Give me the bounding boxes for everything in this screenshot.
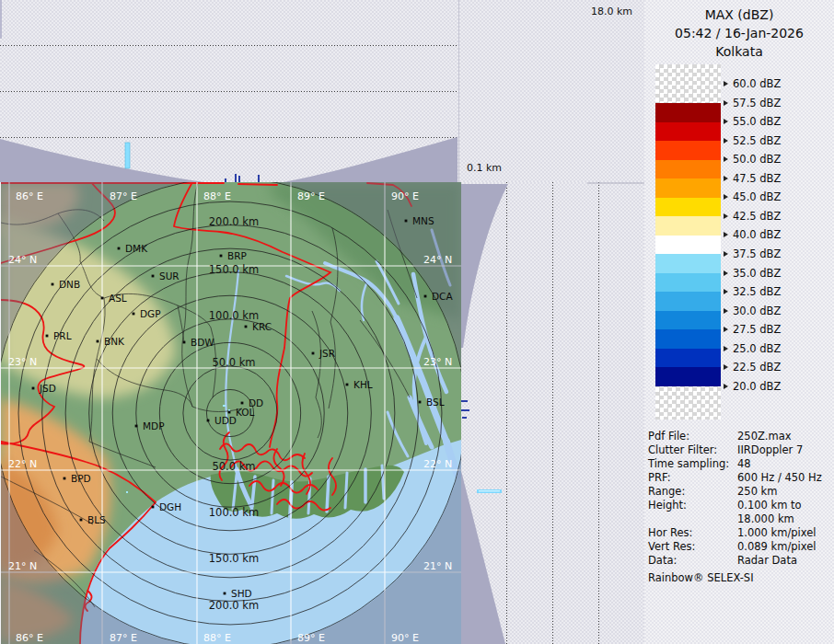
city-dot bbox=[224, 592, 226, 595]
side-height-profile-panel bbox=[460, 182, 650, 644]
legend-tick: 27.5 dBZ bbox=[724, 324, 781, 335]
tick-arrow-icon bbox=[724, 100, 728, 106]
latitude-label: 22° N bbox=[423, 458, 452, 470]
metadata-row: Pdf File:250Z.max bbox=[648, 430, 832, 443]
legend-tick: 55.0 dBZ bbox=[724, 116, 781, 127]
metadata-label: Vert Res: bbox=[648, 540, 737, 554]
top-profile-graphics bbox=[0, 0, 458, 182]
legend-color-band bbox=[655, 367, 721, 386]
longitude-label: 86° E bbox=[16, 190, 43, 202]
city-label: BDW bbox=[191, 337, 214, 348]
legend-color-band bbox=[655, 236, 721, 255]
legend-tick: 22.5 dBZ bbox=[724, 362, 781, 373]
legend-tick-label: 50.0 dBZ bbox=[733, 153, 781, 166]
legend-tick: 32.5 dBZ bbox=[724, 286, 781, 297]
echo-bars-navy bbox=[225, 174, 260, 182]
city-dot bbox=[405, 220, 408, 223]
city-label: BSL bbox=[426, 397, 445, 408]
city-dot bbox=[135, 425, 138, 428]
latitude-label: 22° N bbox=[8, 458, 37, 470]
city-dot bbox=[52, 283, 54, 286]
legend-tick: 47.5 dBZ bbox=[724, 173, 781, 184]
metadata-value: 250 km bbox=[737, 485, 777, 499]
legend-tick-label: 45.0 dBZ bbox=[733, 190, 781, 203]
city-label: DGP bbox=[140, 308, 161, 319]
legend-tick-label: 35.0 dBZ bbox=[733, 267, 781, 280]
city-label: JSD bbox=[39, 383, 56, 394]
city-dot bbox=[32, 387, 35, 390]
metadata-row: PRF:600 Hz / 450 Hz bbox=[648, 471, 832, 485]
tick-arrow-icon bbox=[724, 346, 728, 351]
legend-tick: 35.0 dBZ bbox=[724, 268, 781, 279]
tick-arrow-icon bbox=[724, 289, 728, 294]
city-dot bbox=[220, 255, 223, 258]
city-label: DGH bbox=[159, 501, 181, 512]
metadata-row: Height:0.100 km to bbox=[648, 499, 832, 512]
city-dot bbox=[183, 341, 186, 344]
station-name: Kolkata bbox=[644, 42, 834, 61]
metadata-row: 18.000 km bbox=[648, 512, 832, 526]
longitude-label: 89° E bbox=[297, 190, 325, 202]
city-label: KHL bbox=[353, 379, 373, 390]
city-dot bbox=[346, 384, 349, 386]
legend-color-band bbox=[655, 273, 721, 293]
longitude-label: 88° E bbox=[203, 190, 231, 202]
range-ring-label: 200.0 km bbox=[209, 599, 259, 612]
tick-arrow-icon bbox=[724, 384, 728, 389]
city-label: UDD bbox=[214, 415, 237, 426]
city-dot bbox=[312, 352, 315, 355]
city-label: SHD bbox=[231, 588, 252, 599]
latitude-label: 24° N bbox=[8, 254, 37, 266]
axis-corner-area: 18.0 km 0.1 km bbox=[459, 0, 644, 182]
beam-blind-wedge-right bbox=[284, 137, 458, 182]
metadata-label: Height: bbox=[648, 499, 737, 512]
height-axis-max-label: 18.0 km bbox=[591, 6, 632, 17]
metadata-row: Clutter Filter:IIRDoppler 7 bbox=[648, 443, 832, 457]
metadata-label: Range: bbox=[648, 485, 737, 499]
metadata-value: 18.000 km bbox=[737, 512, 794, 526]
metadata-label bbox=[648, 512, 737, 526]
metadata-label: Hor Res: bbox=[648, 526, 737, 540]
city-label: BNK bbox=[104, 336, 125, 347]
metadata-value: IIRDoppler 7 bbox=[737, 443, 803, 457]
city-label: KRC bbox=[252, 321, 272, 332]
legend-tick: 20.0 dBZ bbox=[724, 381, 781, 392]
legend-color-band bbox=[655, 254, 721, 273]
range-ring-label: 50.0 km bbox=[212, 460, 255, 473]
beam-blind-wedge-left bbox=[0, 139, 204, 182]
metadata-label: Pdf File: bbox=[648, 430, 737, 443]
legend-tick-label: 47.5 dBZ bbox=[733, 172, 781, 185]
longitude-label: 87° E bbox=[110, 632, 137, 644]
city-dot bbox=[152, 275, 155, 278]
longitude-label: 90° E bbox=[391, 632, 419, 644]
range-ring-label: 200.0 km bbox=[209, 215, 259, 228]
legend-color-band bbox=[655, 329, 721, 349]
legend-color-band bbox=[655, 103, 721, 122]
city-label: SUR bbox=[159, 270, 180, 282]
city-dot bbox=[152, 506, 155, 509]
city-dot bbox=[133, 313, 135, 316]
legend-tick: 40.0 dBZ bbox=[724, 229, 781, 240]
legend-color-band bbox=[655, 198, 721, 217]
range-ring-label: 100.0 km bbox=[209, 309, 259, 322]
metadata-value: Radar Data bbox=[737, 554, 797, 568]
metadata-row: Data:Radar Data bbox=[648, 554, 832, 568]
product-header: MAX (dBZ) 05:42 / 16-Jan-2026 Kolkata bbox=[644, 6, 834, 61]
city-dot bbox=[97, 340, 99, 343]
product-title: MAX (dBZ) bbox=[644, 6, 834, 24]
legend-tick-label: 25.0 dBZ bbox=[733, 342, 781, 355]
tick-arrow-icon bbox=[724, 327, 728, 332]
beam-blind-wedge-upper bbox=[460, 184, 508, 348]
legend-tick-label: 40.0 dBZ bbox=[733, 228, 781, 241]
latitude-label: 21° N bbox=[423, 560, 452, 572]
range-ring-label: 150.0 km bbox=[209, 263, 259, 276]
legend-color-band bbox=[655, 292, 721, 311]
tick-arrow-icon bbox=[724, 138, 728, 144]
latitude-label: 23° N bbox=[8, 356, 37, 368]
tick-arrow-icon bbox=[724, 119, 728, 124]
metadata-value: 1.000 km/pixel bbox=[737, 526, 817, 540]
metadata-value: 600 Hz / 450 Hz bbox=[737, 471, 822, 485]
metadata-label: Time sampling: bbox=[648, 457, 737, 471]
height-axis-min-label: 0.1 km bbox=[467, 162, 502, 174]
edge-artifact bbox=[0, 0, 2, 39]
